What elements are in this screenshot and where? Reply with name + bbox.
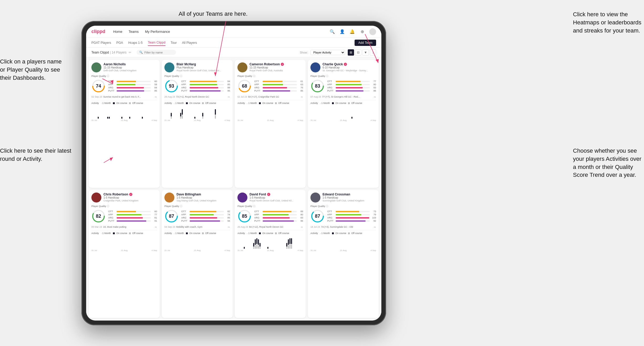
player-avatar: [310, 62, 320, 72]
player-card[interactable]: David Ford ✓ 1-5 Handicap Royal North De…: [235, 190, 306, 318]
activity-chart: [310, 236, 376, 249]
quality-bars: OTT 82 APP 74 ARG 85 PUTT 94: [181, 210, 230, 222]
quality-circle[interactable]: 87: [164, 209, 179, 223]
round-info[interactable]: 02 Sep 23 Sunrise round to get back into…: [91, 95, 157, 98]
activity-section: Activity · 1 Month On course Off course …: [310, 230, 376, 252]
quality-bars: OTT 61 APP 63 ARG 75 PUTT 85: [254, 80, 303, 92]
app-logo[interactable]: clippd: [91, 29, 105, 34]
round-info[interactable]: 18 Jul 23 74 (+3), Sunningdale GC - Old …: [310, 225, 376, 228]
activity-chart: [237, 105, 303, 119]
round-info[interactable]: 26 Aug 23 84 (+12), Royal North Devon GC…: [237, 225, 303, 228]
off-course-legend: [275, 232, 277, 234]
player-search[interactable]: 🔍: [137, 50, 176, 55]
activity-header: Activity · 1 Month On course Off course: [164, 232, 230, 235]
activity-section: Activity · 1 Month On course Off course …: [237, 100, 303, 121]
team-header: Team Clippd | 14 Players ✏ 🔍 Show: Playe…: [86, 48, 381, 57]
tab-pgat-players[interactable]: PGAT Players: [91, 40, 111, 46]
player-name[interactable]: David Ford ✓: [250, 193, 303, 196]
player-name[interactable]: Aaron Nicholls: [103, 62, 157, 66]
filter-view[interactable]: ▼: [362, 49, 369, 56]
quality-circle[interactable]: 68: [237, 79, 252, 93]
quality-label: Player Quality ⓘ: [91, 205, 157, 208]
activity-chart: [91, 105, 157, 119]
nav-home[interactable]: Home: [113, 29, 122, 35]
quality-circle[interactable]: 93: [164, 79, 179, 93]
on-course-legend: [186, 102, 188, 104]
activity-legend: On course Off course: [332, 232, 362, 235]
quality-circle[interactable]: 83: [310, 79, 325, 93]
player-card[interactable]: Cameron Robertson ✓ 11-15 Handicap Royal…: [235, 60, 306, 188]
player-card[interactable]: Chris Robertson ✓ 1-5 Handicap Craigmill…: [89, 190, 160, 318]
quality-score: 87: [169, 214, 174, 219]
team-name: Team Clippd: [91, 51, 109, 54]
player-club: St. George's Hill GC - Weybridge - Surre…: [323, 69, 370, 72]
ipad-screen: clippd Home Teams My Performance 🔍 👤 🔔 ⊕…: [86, 26, 381, 321]
round-arrow-icon[interactable]: →: [300, 95, 303, 98]
tab-team-clippd[interactable]: Team Clippd: [148, 40, 165, 46]
quality-circle[interactable]: 82: [91, 209, 106, 223]
sub-nav: PGAT Players PGA Hcaps 1-5 Team Clippd T…: [86, 38, 381, 48]
sort-view[interactable]: ↕: [370, 49, 376, 56]
players-grid: Aaron Nicholls 11-15 Handicap Drift Golf…: [86, 57, 381, 321]
team-count: | 14 Players: [110, 51, 127, 54]
round-arrow-icon[interactable]: →: [373, 95, 376, 98]
round-arrow-icon[interactable]: →: [373, 225, 376, 228]
quality-circle[interactable]: 74: [91, 79, 106, 93]
quality-circle[interactable]: 87: [310, 209, 325, 223]
activity-section: Activity · 1 Month On course Off course: [91, 100, 157, 121]
round-info[interactable]: 07 Aug 23 77 (+7), St George's Hill GC -…: [310, 95, 376, 98]
round-info[interactable]: 04 Sep 23 Mobility with coach, Gym →: [164, 225, 230, 228]
player-handicap: 11-15 Handicap: [103, 66, 157, 69]
round-info[interactable]: 05 Mar 23 19, Must make putting →: [91, 225, 157, 228]
player-avatar: [91, 62, 101, 72]
player-name[interactable]: Edward Crossman: [323, 193, 376, 196]
round-arrow-icon[interactable]: →: [154, 95, 157, 98]
round-arrow-icon[interactable]: →: [227, 225, 230, 228]
show-select[interactable]: Player Activity Quality Score Trend: [310, 50, 345, 55]
nav-teams[interactable]: Teams: [129, 29, 139, 35]
bell-icon[interactable]: 🔔: [349, 29, 355, 35]
nav-items: Home Teams My Performance: [113, 29, 329, 35]
player-name[interactable]: Blair McHarg: [176, 62, 230, 66]
quality-label: Player Quality ⓘ: [91, 74, 157, 78]
grid4-view[interactable]: ⊞: [348, 49, 354, 56]
player-name[interactable]: Cameron Robertson ✓: [250, 62, 303, 66]
round-arrow-icon[interactable]: →: [227, 95, 230, 98]
tab-hcaps[interactable]: Hcaps 1-5: [128, 40, 143, 46]
quality-section: 82 OTT 60 APP 77 ARG 81: [91, 209, 157, 223]
round-arrow-icon[interactable]: →: [154, 225, 157, 228]
player-name[interactable]: Chris Robertson ✓: [103, 193, 157, 196]
annotation-players: Click on a players nameor Player Quality…: [0, 58, 62, 82]
user-icon[interactable]: 👤: [339, 29, 345, 35]
round-info[interactable]: 02 Jul 23 59 (+17), Craigmillar Park GC …: [237, 95, 303, 98]
activity-section: Activity · 1 Month On course Off course …: [91, 230, 157, 252]
tab-pga[interactable]: PGA: [116, 40, 123, 46]
settings-icon[interactable]: ⊕: [359, 29, 365, 35]
add-team-button[interactable]: Add Team: [355, 40, 376, 46]
edit-icon[interactable]: ✏: [129, 51, 131, 54]
round-arrow-icon[interactable]: →: [300, 225, 303, 228]
player-handicap: 1-5 Handicap: [103, 196, 157, 199]
player-card[interactable]: Aaron Nicholls 11-15 Handicap Drift Golf…: [89, 60, 160, 188]
player-card[interactable]: Blair McHarg Plus Handicap Royal North D…: [162, 60, 233, 188]
off-course-legend: [202, 102, 204, 104]
player-name[interactable]: Dave Billingham: [176, 193, 230, 196]
nav-my-performance[interactable]: My Performance: [145, 29, 170, 35]
search-input[interactable]: [144, 51, 173, 54]
tab-all-players[interactable]: All Players: [182, 40, 197, 46]
search-icon[interactable]: 🔍: [329, 29, 335, 35]
tab-tour[interactable]: Tour: [171, 40, 177, 46]
player-card[interactable]: Edward Crossman 1-5 Handicap Sunningdale…: [308, 190, 379, 318]
quality-circle[interactable]: 85: [237, 209, 252, 223]
avatar[interactable]: [369, 28, 376, 35]
player-card[interactable]: Dave Billingham 1-5 Handicap Sag Maing G…: [162, 190, 233, 318]
activity-chart: [164, 105, 230, 119]
quality-section: 68 OTT 61 APP 63 ARG 75: [237, 79, 303, 93]
round-info[interactable]: 26 Aug 23 73 (+1), Royal North Devon GC …: [164, 95, 230, 98]
quality-section: 87 OTT 73 APP 79 ARG 103: [310, 209, 376, 223]
player-card[interactable]: Charlie Quick ✓ 6-10 Handicap St. George…: [308, 60, 379, 188]
player-avatar: [164, 193, 174, 203]
grid2-view[interactable]: ⊟: [355, 49, 361, 56]
player-name[interactable]: Charlie Quick ✓: [323, 62, 376, 66]
player-handicap: 6-10 Handicap: [323, 66, 376, 69]
